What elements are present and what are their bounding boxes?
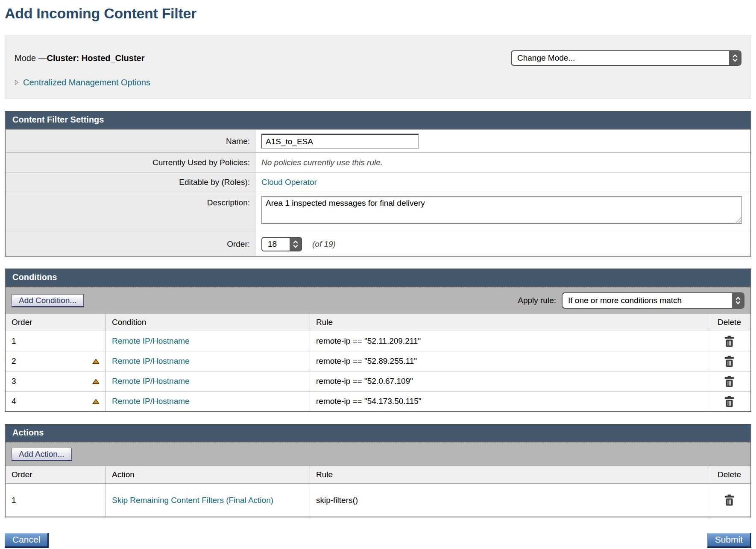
apply-rule-label: Apply rule: [518, 296, 556, 305]
condition-order: 2 [12, 356, 16, 366]
condition-link[interactable]: Remote IP/Hostname [112, 376, 190, 387]
col-rule: Rule [310, 466, 708, 483]
move-up-arrow[interactable] [92, 379, 100, 384]
description-textarea[interactable]: Area 1 inspected messages for final deli… [261, 196, 742, 224]
select-spinner-icon [290, 238, 301, 251]
action-rule: skip-filters() [316, 496, 358, 505]
roles-label: Editable by (Roles): [6, 172, 256, 192]
actions-header: Actions [6, 424, 750, 442]
page: Add Incoming Content Filter Mode —Cluste… [5, 5, 751, 548]
mode-value: Cluster: Hosted_Cluster [47, 53, 145, 63]
content-filter-settings-header: Content Filter Settings [6, 111, 750, 129]
delete-condition-button[interactable] [723, 375, 735, 388]
policies-value: No policies currently use this rule. [261, 158, 383, 167]
actions-toolbar: Add Action... [6, 442, 750, 466]
mode-line: Mode —Cluster: Hosted_Cluster [15, 53, 145, 63]
apply-rule-value: If one or more conditions match [563, 293, 732, 308]
change-mode-value: Change Mode... [512, 51, 729, 65]
select-spinner-icon [732, 293, 744, 308]
mode-label: Mode — [15, 53, 47, 63]
condition-row: 4 Remote IP/Hostname remote-ip == "54.17… [6, 391, 750, 411]
conditions-section: Conditions Add Condition... Apply rule: … [5, 269, 751, 412]
actions-table-header: Order Action Rule Delete [6, 466, 750, 483]
add-action-button[interactable]: Add Action... [12, 448, 72, 461]
name-input[interactable] [261, 134, 419, 149]
move-up-arrow[interactable] [92, 359, 100, 364]
cloud-operator-link[interactable]: Cloud Operator [261, 178, 317, 187]
col-delete: Delete [708, 314, 750, 331]
actions-section: Actions Add Action... Order Action Rule … [5, 424, 751, 517]
action-order: 1 [12, 496, 16, 505]
condition-rule: remote-ip == "52.11.209.211" [316, 336, 421, 346]
col-order: Order [6, 466, 105, 483]
conditions-table-header: Order Condition Rule Delete [6, 314, 750, 331]
page-title: Add Incoming Content Filter [5, 5, 751, 22]
content-filter-settings-section: Content Filter Settings Name: Currently … [5, 111, 751, 257]
col-condition: Condition [105, 314, 310, 331]
delete-action-button[interactable] [723, 494, 735, 507]
condition-rule: remote-ip == "52.89.255.11" [316, 356, 417, 366]
delete-condition-button[interactable] [723, 335, 735, 348]
col-delete: Delete [708, 466, 750, 483]
centralized-management-options-link[interactable]: Centralized Management Options [23, 78, 150, 88]
conditions-toolbar: Add Condition... Apply rule: If one or m… [6, 287, 750, 314]
order-total: (of 19) [312, 239, 336, 249]
action-link[interactable]: Skip Remaining Content Filters (Final Ac… [112, 495, 273, 506]
footer-bar: Cancel Submit [5, 533, 751, 548]
mode-panel: Mode —Cluster: Hosted_Cluster Change Mod… [5, 35, 751, 99]
order-select[interactable]: 18 [261, 237, 302, 251]
col-order: Order [6, 314, 105, 331]
apply-rule-select[interactable]: If one or more conditions match [562, 292, 744, 309]
move-up-arrow[interactable] [92, 399, 100, 404]
add-condition-button[interactable]: Add Condition... [12, 294, 84, 307]
disclosure-triangle-icon [15, 78, 19, 88]
change-mode-select[interactable]: Change Mode... [511, 50, 741, 66]
order-select-value: 18 [262, 238, 290, 251]
action-row: 1 Skip Remaining Content Filters (Final … [6, 483, 750, 517]
policies-label: Currently Used by Policies: [6, 153, 256, 172]
order-label: Order: [6, 232, 256, 256]
delete-condition-button[interactable] [723, 395, 735, 408]
select-spinner-icon [729, 51, 741, 65]
condition-row: 3 Remote IP/Hostname remote-ip == "52.0.… [6, 371, 750, 391]
condition-rule: remote-ip == "52.0.67.109" [316, 377, 413, 386]
conditions-header: Conditions [6, 269, 750, 287]
condition-link[interactable]: Remote IP/Hostname [112, 396, 190, 407]
condition-order: 1 [12, 336, 16, 346]
condition-order: 3 [12, 377, 16, 386]
condition-link[interactable]: Remote IP/Hostname [112, 336, 190, 347]
condition-link[interactable]: Remote IP/Hostname [112, 356, 190, 367]
description-label: Description: [6, 192, 256, 232]
col-action: Action [105, 466, 310, 483]
submit-button[interactable]: Submit [707, 533, 751, 548]
col-rule: Rule [310, 314, 708, 331]
condition-row: 2 Remote IP/Hostname remote-ip == "52.89… [6, 351, 750, 371]
cancel-button[interactable]: Cancel [5, 533, 49, 548]
condition-row: 1 Remote IP/Hostname remote-ip == "52.11… [6, 331, 750, 351]
condition-rule: remote-ip == "54.173.50.115" [316, 397, 422, 406]
name-label: Name: [6, 130, 256, 152]
delete-condition-button[interactable] [723, 355, 735, 368]
condition-order: 4 [12, 397, 16, 406]
